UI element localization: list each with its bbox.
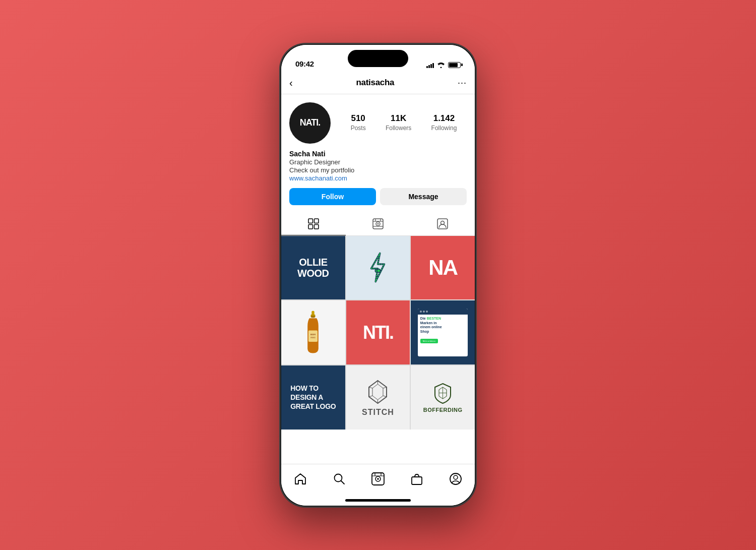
posts-stat: 510 Posts xyxy=(351,114,366,132)
status-bar: 09:42 xyxy=(281,45,475,72)
bio-name: Sacha Nati xyxy=(289,150,467,158)
svg-point-6 xyxy=(377,223,379,224)
web-mock-title: Die BESTENMarken ineinem onlineShop xyxy=(420,317,466,334)
bofferding-content: BOFFERDING xyxy=(423,382,463,413)
tab-tagged[interactable] xyxy=(410,213,475,235)
home-icon xyxy=(294,472,307,485)
bottom-nav-shop[interactable] xyxy=(405,470,428,487)
web-mockup: Die BESTENMarken ineinem onlineShop Mehr… xyxy=(418,309,468,356)
action-buttons: Follow Message xyxy=(289,188,467,205)
profile-stats-row: NATI. 510 Posts 11K Followers 1.142 xyxy=(289,102,467,144)
status-time: 09:42 xyxy=(295,59,314,68)
grid-item-6[interactable]: Die BESTENMarken ineinem onlineShop Mehr… xyxy=(411,300,475,364)
stitch-content: STITCH xyxy=(362,378,394,417)
following-label: Following xyxy=(431,125,457,132)
dynamic-island xyxy=(348,50,408,67)
grid-item-5[interactable]: NTI. xyxy=(346,300,410,364)
posts-count: 510 xyxy=(351,114,366,124)
svg-line-30 xyxy=(369,387,372,388)
svg-point-43 xyxy=(454,475,458,479)
grid-item-8[interactable]: STITCH xyxy=(346,365,410,430)
stats-group: 510 Posts 11K Followers 1.142 Following xyxy=(341,114,467,132)
bofferding-crest-icon xyxy=(431,382,454,405)
grid-item-3[interactable]: NA xyxy=(411,236,475,300)
stitch-gem-icon xyxy=(364,378,392,406)
bottom-nav-reels[interactable] xyxy=(366,470,390,487)
svg-line-26 xyxy=(383,387,387,388)
avatar: NATI. xyxy=(289,102,331,144)
svg-line-34 xyxy=(341,480,345,484)
grid-item-1[interactable]: OLLIEWOOD xyxy=(281,236,345,300)
bottom-nav-profile[interactable] xyxy=(444,470,467,487)
svg-text:BRAND: BRAND xyxy=(311,336,316,338)
followers-stat[interactable]: 11K Followers xyxy=(386,114,411,132)
svg-rect-3 xyxy=(314,225,319,229)
bio-title: Graphic Designer xyxy=(289,158,467,166)
following-stat[interactable]: 1.142 Following xyxy=(431,114,457,132)
grid-item-5-text: NTI. xyxy=(363,322,393,343)
svg-point-37 xyxy=(377,478,379,480)
bio-link[interactable]: www.sachanati.com xyxy=(289,174,467,182)
more-button[interactable]: ··· xyxy=(458,78,467,88)
grid-item-7[interactable]: HOW TODESIGN AGREAT LOGO xyxy=(281,365,345,430)
profile-header: NATI. 510 Posts 11K Followers 1.142 xyxy=(281,94,475,213)
profile-content: NATI. 510 Posts 11K Followers 1.142 xyxy=(281,94,475,464)
web-mock-cta: Mehr erfahren xyxy=(420,339,438,343)
svg-rect-0 xyxy=(308,219,313,223)
signal-icon xyxy=(426,62,434,68)
tagged-icon xyxy=(437,218,448,229)
svg-marker-24 xyxy=(372,384,383,400)
web-mock-header xyxy=(418,309,468,315)
grid-item-2[interactable] xyxy=(346,236,410,300)
back-button[interactable]: ‹ xyxy=(289,77,293,89)
profile-nav-icon xyxy=(449,472,462,485)
grid-item-3-text: NA xyxy=(428,257,457,278)
bottom-nav-search[interactable] xyxy=(328,470,351,487)
posts-label: Posts xyxy=(351,125,366,132)
home-indicator xyxy=(345,499,411,502)
stitch-label: STITCH xyxy=(362,408,394,417)
following-count: 1.142 xyxy=(431,114,457,124)
grid-item-9[interactable]: BOFFERDING xyxy=(411,365,475,430)
profile-username: natisacha xyxy=(356,78,394,88)
phone-frame: 09:42 ‹ n xyxy=(280,43,476,507)
bottom-nav-home[interactable] xyxy=(289,470,312,487)
web-mock-body: Die BESTENMarken ineinem onlineShop Mehr… xyxy=(418,315,468,346)
grid-item-7-text: HOW TODESIGN AGREAT LOGO xyxy=(290,384,336,411)
tab-grid[interactable] xyxy=(281,213,346,235)
grid-icon xyxy=(308,218,319,229)
search-icon xyxy=(333,472,346,485)
grid-item-4[interactable]: BEER BRAND xyxy=(281,300,345,364)
svg-rect-2 xyxy=(308,225,313,229)
tab-bar xyxy=(281,213,475,236)
followers-label: Followers xyxy=(386,125,411,132)
svg-point-22 xyxy=(311,316,316,318)
svg-line-27 xyxy=(383,396,387,397)
reels-icon xyxy=(372,218,384,229)
bio-description: Check out my portfolio xyxy=(289,166,467,174)
svg-rect-41 xyxy=(412,477,422,484)
beer-bottle-icon: BEER BRAND xyxy=(303,310,323,355)
follow-button[interactable]: Follow xyxy=(289,188,376,205)
svg-rect-19 xyxy=(308,330,318,342)
svg-line-29 xyxy=(369,396,372,397)
svg-rect-1 xyxy=(314,219,319,223)
avatar-text: NATI. xyxy=(300,117,321,128)
svg-text:BEER: BEER xyxy=(310,333,316,335)
followers-count: 11K xyxy=(386,114,411,124)
wifi-icon xyxy=(437,62,445,68)
shop-icon xyxy=(410,472,423,485)
bofferding-label: BOFFERDING xyxy=(423,407,463,413)
tab-reels[interactable] xyxy=(346,213,410,235)
grid-item-1-text: OLLIEWOOD xyxy=(297,257,329,279)
profile-bio: Sacha Nati Graphic Designer Check out my… xyxy=(289,150,467,182)
posts-grid: OLLIEWOOD NA xyxy=(281,236,475,430)
battery-icon xyxy=(448,62,461,68)
svg-point-16 xyxy=(377,269,381,273)
status-icons xyxy=(426,62,461,68)
message-button[interactable]: Message xyxy=(380,188,467,205)
phone-screen: 09:42 ‹ n xyxy=(281,45,475,506)
svg-marker-14 xyxy=(371,254,385,282)
nav-bar: ‹ natisacha ··· xyxy=(281,72,475,94)
reels-nav-icon xyxy=(371,472,385,485)
